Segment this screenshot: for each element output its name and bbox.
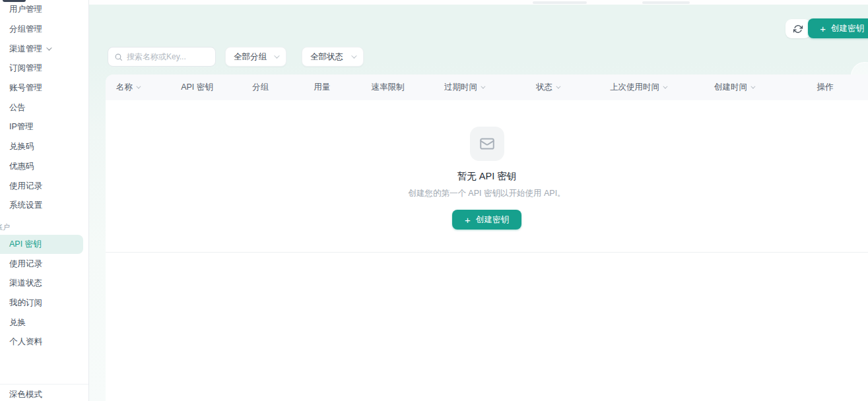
empty-state-title: 暂无 API 密钥	[457, 170, 516, 183]
sidebar-section-account: 账户	[0, 220, 88, 235]
sort-icon	[663, 84, 667, 89]
chevron-down-icon	[351, 53, 356, 58]
sort-icon	[556, 84, 560, 89]
sidebar-item-redeem[interactable]: 兑换	[0, 313, 88, 332]
sidebar-nav-account: API 密钥 使用记录 渠道状态 我的订阅 兑换 个人资料	[0, 235, 88, 352]
sidebar-item-ip-management[interactable]: IP管理	[0, 117, 88, 137]
column-header-expiry-time[interactable]: 过期时间	[423, 82, 505, 93]
sidebar: 用户管理 分组管理 渠道管理 订阅管理 账号管理 公告 IP管理 兑换码 优惠码…	[0, 0, 89, 401]
sidebar-item-account-management[interactable]: 账号管理	[0, 78, 88, 98]
sidebar-item-subscription-management[interactable]: 订阅管理	[0, 59, 88, 78]
chevron-down-icon	[274, 53, 279, 58]
sidebar-item-usage-records-user[interactable]: 使用记录	[0, 254, 88, 274]
column-header-rate-limit: 速率限制	[352, 82, 423, 93]
column-header-created-time[interactable]: 创建时间	[686, 82, 782, 93]
sort-icon	[751, 84, 755, 89]
plus-icon: +	[465, 215, 471, 225]
refresh-icon	[793, 24, 803, 34]
group-filter-select[interactable]: 全部分组	[225, 47, 286, 67]
sort-icon	[481, 84, 485, 89]
sidebar-nav-admin: 用户管理 分组管理 渠道管理 订阅管理 账号管理 公告 IP管理 兑换码 优惠码…	[0, 0, 88, 216]
sidebar-scrolled-item-remnant	[3, 0, 26, 2]
sidebar-item-announcement[interactable]: 公告	[0, 98, 88, 117]
sidebar-item-system-settings[interactable]: 系统设置	[0, 196, 88, 216]
search-box	[108, 47, 216, 67]
column-header-last-used-time[interactable]: 上次使用时间	[590, 82, 686, 93]
dark-mode-toggle[interactable]: 深色模式	[0, 384, 88, 401]
main-content: + 创建密钥 全部分组 全部状态 名称 API 密钥 分组 用量 速率限制	[89, 0, 868, 401]
sidebar-item-api-keys[interactable]: API 密钥	[0, 235, 83, 255]
refresh-button[interactable]	[785, 19, 811, 38]
column-header-api-key: API 密钥	[165, 82, 229, 93]
top-strip	[89, 0, 868, 5]
sidebar-item-redemption-code[interactable]: 兑换码	[0, 137, 88, 157]
column-header-usage: 用量	[292, 82, 352, 93]
filter-toolbar: 全部分组 全部状态	[108, 47, 364, 67]
chevron-down-icon	[46, 46, 51, 51]
sidebar-item-group-management[interactable]: 分组管理	[0, 20, 88, 40]
column-header-name[interactable]: 名称	[106, 82, 165, 93]
column-header-status[interactable]: 状态	[505, 82, 590, 93]
create-key-button-top[interactable]: + 创建密钥	[808, 18, 868, 38]
sidebar-item-user-management[interactable]: 用户管理	[0, 0, 88, 20]
empty-state: 暂无 API 密钥 创建您的第一个 API 密钥以开始使用 API。 + 创建密…	[106, 100, 868, 253]
column-header-group: 分组	[229, 82, 292, 93]
sidebar-item-channel-management[interactable]: 渠道管理	[0, 39, 88, 59]
sort-icon	[136, 84, 141, 89]
create-key-button-empty-state[interactable]: + 创建密钥	[452, 210, 521, 230]
sidebar-item-profile[interactable]: 个人资料	[0, 332, 88, 352]
search-icon	[114, 53, 123, 61]
sidebar-item-coupon-code[interactable]: 优惠码	[0, 157, 88, 177]
sidebar-item-channel-status[interactable]: 渠道状态	[0, 274, 88, 293]
api-keys-table-card: 名称 API 密钥 分组 用量 速率限制 过期时间 状态 上次使用时间 创建时间…	[106, 75, 868, 401]
empty-state-subtitle: 创建您的第一个 API 密钥以开始使用 API。	[408, 188, 565, 199]
status-filter-select[interactable]: 全部状态	[302, 47, 364, 67]
search-input[interactable]	[127, 52, 209, 61]
sidebar-item-my-subscriptions[interactable]: 我的订阅	[0, 293, 88, 313]
sidebar-item-usage-records-admin[interactable]: 使用记录	[0, 176, 88, 196]
plus-icon: +	[820, 24, 826, 34]
empty-inbox-icon	[470, 127, 504, 161]
column-header-actions: 操作	[782, 82, 868, 93]
table-header-row: 名称 API 密钥 分组 用量 速率限制 过期时间 状态 上次使用时间 创建时间…	[106, 75, 868, 100]
